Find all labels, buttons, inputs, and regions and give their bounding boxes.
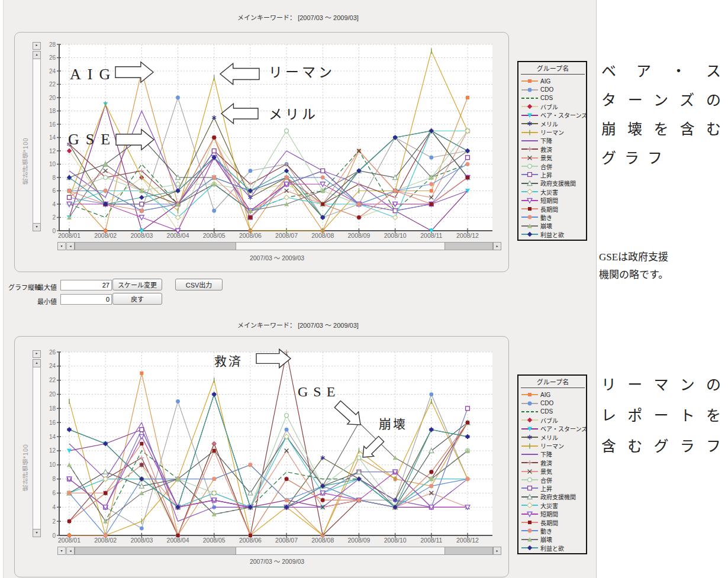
svg-text:0: 0 xyxy=(52,532,56,539)
legend-item-label: 政府支援機関 xyxy=(540,492,576,501)
svg-text:2008/09: 2008/09 xyxy=(347,232,370,239)
side-notes-column: ベア・ス ターンズの 崩壊を含む グラフ GSEは政府支援 機関の略です。 リー… xyxy=(597,0,728,578)
svg-text:2008/02: 2008/02 xyxy=(94,232,117,239)
min-value-label: 最小値 xyxy=(37,296,57,306)
chart-annotation: 救済 xyxy=(214,354,243,369)
top-vscroll-mini-button[interactable]: ▸ xyxy=(33,42,41,50)
svg-text:12: 12 xyxy=(49,447,56,454)
legend-item-5: メリル xyxy=(521,433,586,441)
legend-item-label: リーマン xyxy=(540,128,564,137)
svg-text:14: 14 xyxy=(49,134,56,141)
legend-item-11: 上昇 xyxy=(521,484,586,492)
legend-item-label: 長期間 xyxy=(540,205,558,214)
svg-text:2008/01: 2008/01 xyxy=(58,232,80,239)
legend-item-label: 救済 xyxy=(540,145,552,154)
bottom-hscroll-mini-button[interactable]: ▾ xyxy=(57,547,66,555)
svg-text:18: 18 xyxy=(49,405,56,412)
top-hscroll-left-button[interactable]: ◂ xyxy=(66,242,75,250)
svg-text:20: 20 xyxy=(49,391,56,398)
bottom-vscroll-track[interactable] xyxy=(33,367,41,529)
svg-text:0: 0 xyxy=(52,228,56,234)
legend-item-label: CDS xyxy=(540,408,553,415)
top-hscroll-right-button[interactable]: ▸ xyxy=(493,242,501,250)
legend-item-label: ベア・スターンズ xyxy=(540,111,587,120)
top-range-label: 2007/03 ～ 2009/03 xyxy=(57,253,497,262)
top-vscroll-track[interactable] xyxy=(33,59,41,223)
legend-marker-icon xyxy=(521,434,539,441)
legend-marker-icon xyxy=(521,120,539,127)
top-hscroll-track[interactable] xyxy=(236,242,444,250)
top-vscroll-down-button[interactable]: ▾ xyxy=(33,223,41,231)
csv-export-button[interactable]: CSV出力 xyxy=(175,279,223,290)
legend-item-2: CDS xyxy=(521,408,586,416)
legend-item-11: 上昇 xyxy=(521,170,586,179)
legend-item-9: 景気 xyxy=(521,467,586,476)
legend-item-0: AIG xyxy=(521,390,586,399)
legend-item-label: 救済 xyxy=(540,458,552,467)
legend-item-18: 利益と欲 xyxy=(521,230,586,238)
legend-marker-icon xyxy=(521,231,539,238)
legend-marker-icon xyxy=(521,222,539,230)
app-root: メインキーワード： [2007/03 ～ 2009/03] 統計評価値*100 … xyxy=(0,0,728,578)
max-value-input[interactable] xyxy=(60,280,112,290)
bottom-hscroll-right-button[interactable]: ▸ xyxy=(493,547,501,555)
main-area: メインキーワード： [2007/03 ～ 2009/03] 統計評価値*100 … xyxy=(0,0,597,578)
note-lehman-report: リーマンの レポートを 含むグラフ xyxy=(601,370,721,462)
legend-item-label: 動き xyxy=(540,213,552,222)
svg-text:24: 24 xyxy=(49,363,56,369)
svg-text:26: 26 xyxy=(49,54,56,61)
legend-marker-icon xyxy=(521,544,539,551)
top-legend-title: グループ名 xyxy=(521,63,585,75)
svg-text:10: 10 xyxy=(49,461,56,468)
top-hscroll-thumb-right[interactable] xyxy=(444,242,493,250)
top-chart-title: メインキーワード： [2007/03 ～ 2009/03] xyxy=(0,12,596,22)
note-line: ベア・ス xyxy=(601,57,721,86)
scale-change-button[interactable]: スケール変更 xyxy=(112,279,162,290)
bottom-hscroll-left-button[interactable]: ◂ xyxy=(66,547,75,555)
svg-text:2008/10: 2008/10 xyxy=(384,537,407,544)
bottom-range-label: 2007/03 ～ 2009/03 xyxy=(57,557,497,566)
bottom-vertical-scrollbar: ▸ ▴ ▾ xyxy=(33,350,41,537)
bottom-hscroll-thumb-right[interactable] xyxy=(444,547,493,555)
bottom-hscroll-thumb-left[interactable] xyxy=(75,547,236,555)
top-hscroll-thumb-left[interactable] xyxy=(75,242,236,250)
top-y-axis-label: 統計評価値*100 xyxy=(21,96,30,185)
legend-item-label: メリル xyxy=(540,433,558,442)
chart-annotation: 崩壊 xyxy=(379,417,407,431)
legend-item-label: 下降 xyxy=(540,136,552,145)
chart-annotation: AIG xyxy=(70,66,117,83)
legend-marker-icon xyxy=(521,171,539,178)
legend-marker-icon xyxy=(521,476,539,483)
legend-marker-icon xyxy=(521,511,539,518)
legend-marker-icon xyxy=(521,205,539,212)
bottom-vscroll-down-button[interactable]: ▾ xyxy=(33,529,41,537)
legend-item-16: 動き xyxy=(521,213,586,221)
legend-item-label: ベア・スターンズ xyxy=(540,424,587,433)
bottom-vscroll-up-button[interactable]: ▴ xyxy=(33,359,41,367)
svg-text:20: 20 xyxy=(49,95,56,101)
bottom-vscroll-mini-button[interactable]: ▸ xyxy=(33,350,41,358)
legend-marker-icon xyxy=(521,527,539,534)
legend-item-0: AIG xyxy=(521,77,586,85)
legend-item-label: CDO xyxy=(540,400,553,406)
axis-group-label: グラフ縦軸 xyxy=(8,282,41,292)
bottom-legend: グループ名 AIGCDOCDSバブルベア・スターンズメリルリーマン下降救済景気合… xyxy=(517,374,587,554)
note-line: ターンズの xyxy=(601,86,721,115)
legend-item-label: 下降 xyxy=(540,450,552,458)
svg-text:2008/12: 2008/12 xyxy=(456,537,479,544)
legend-marker-icon xyxy=(521,86,539,93)
legend-item-label: バブル xyxy=(540,102,558,111)
bottom-hscroll-track[interactable] xyxy=(236,547,444,555)
reset-button[interactable]: 戻す xyxy=(112,293,162,305)
note-line: 含むグラフ xyxy=(601,431,721,462)
bottom-y-axis-label: 統計評価値*100 xyxy=(21,402,30,491)
bottom-legend-title: グループ名 xyxy=(521,377,585,388)
legend-marker-icon xyxy=(521,493,539,500)
svg-text:24: 24 xyxy=(49,68,56,75)
legend-item-label: 上昇 xyxy=(540,484,552,493)
top-hscroll-mini-button[interactable]: ▾ xyxy=(57,242,66,250)
legend-item-17: 崩壊 xyxy=(521,222,586,230)
min-value-input[interactable] xyxy=(60,294,112,305)
legend-item-label: 崩壊 xyxy=(540,535,552,544)
top-vscroll-up-button[interactable]: ▴ xyxy=(33,51,41,59)
